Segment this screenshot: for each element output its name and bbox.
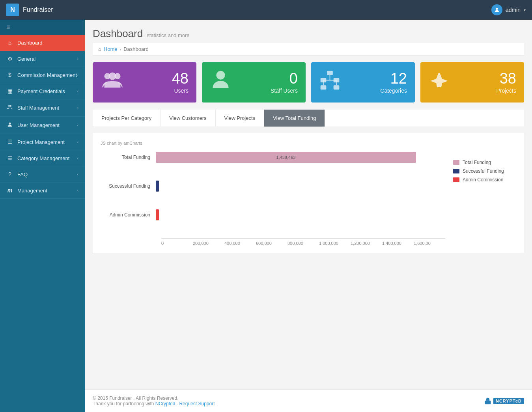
sidebar-item-user[interactable]: User Management ‹ <box>0 117 85 134</box>
sidebar-item-commission[interactable]: $ Commission Management ‹ <box>0 67 85 83</box>
legend-label-admin-commission: Admin Commission <box>463 177 503 183</box>
users-count: 48 <box>172 71 189 86</box>
chart-row-successful-funding: Successful Funding <box>101 181 445 192</box>
svg-point-0 <box>496 8 498 10</box>
legend-item-admin-commission: Admin Commission <box>453 177 516 183</box>
chevron-right-icon: ‹ <box>77 73 78 77</box>
breadcrumb-separator: › <box>120 47 121 52</box>
footer-support-link[interactable]: Request Support <box>179 401 215 406</box>
staff-icon <box>6 104 13 112</box>
chevron-right-icon: ‹ <box>77 188 78 193</box>
footer-badge: NCRYPTeD <box>484 397 524 405</box>
sidebar-item-dashboard[interactable]: ⌂ Dashboard <box>0 35 85 51</box>
tab-projects-per-category[interactable]: Projects Per Category <box>93 110 161 127</box>
user-icon <box>6 121 13 129</box>
page-header: Dashboard statistics and more ⌂ Home › D… <box>93 28 524 55</box>
chart-area: Total Funding 1,438,463 Successful Fundi… <box>101 152 516 246</box>
users-label: Users <box>172 88 189 94</box>
breadcrumb: ⌂ Home › Dashboard <box>93 43 524 55</box>
username-label: admin <box>506 7 521 13</box>
staff-label: Staff Users <box>271 88 298 94</box>
svg-rect-12 <box>334 85 340 89</box>
tab-view-total-funding[interactable]: View Total Funding <box>264 110 325 127</box>
x-tick-7: 1,400,000 <box>382 241 414 246</box>
chart-container: JS chart by amCharts Total Funding 1,438… <box>93 133 524 254</box>
x-tick-5: 1,000,000 <box>319 241 351 246</box>
chart-bars: Total Funding 1,438,463 Successful Fundi… <box>101 152 445 246</box>
breadcrumb-home-link[interactable]: Home <box>104 46 118 52</box>
management-icon: m <box>6 187 13 194</box>
general-icon: ⚙ <box>6 56 13 62</box>
chart-bar-total-funding: 1,438,463 <box>156 152 416 163</box>
sidebar-item-label: General <box>17 56 35 62</box>
sidebar-toggle[interactable]: ≡ <box>0 20 85 35</box>
staff-users-icon <box>210 69 231 95</box>
legend-label-total-funding: Total Funding <box>463 160 491 165</box>
sidebar-item-label: Staff Management <box>17 105 59 111</box>
categories-icon <box>319 69 341 95</box>
x-tick-3: 600,000 <box>256 241 287 246</box>
chevron-right-icon: ‹ <box>77 156 78 160</box>
sidebar-item-label: Management <box>17 188 47 194</box>
svg-rect-8 <box>327 71 333 75</box>
sidebar-item-management[interactable]: m Management ‹ <box>0 183 85 199</box>
main-layout: ≡ ⌂ Dashboard ⚙ General ‹ $ Commission M… <box>0 20 532 390</box>
legend-item-successful-funding: Successful Funding <box>453 168 516 174</box>
sidebar-item-category[interactable]: ☰ Category Management ‹ <box>0 150 85 166</box>
chart-bar-successful-funding <box>156 181 159 192</box>
page-subtitle: statistics and more <box>147 32 189 38</box>
stat-card-users: 48 Users <box>93 62 196 103</box>
navbar-right: admin ▾ <box>491 4 526 15</box>
legend-color-total-funding <box>453 160 459 165</box>
breadcrumb-home-icon: ⌂ <box>98 46 101 52</box>
x-tick-1: 200,000 <box>193 241 224 246</box>
x-tick-6: 1,200,000 <box>351 241 382 246</box>
tab-view-projects[interactable]: View Projects <box>216 110 265 127</box>
user-menu-chevron[interactable]: ▾ <box>524 8 526 12</box>
chart-row-total-funding: Total Funding 1,438,463 <box>101 152 445 163</box>
app-title: Fundraiser <box>23 6 53 13</box>
chevron-right-icon: ‹ <box>77 140 78 144</box>
legend-color-successful-funding <box>453 169 459 173</box>
sidebar: ≡ ⌂ Dashboard ⚙ General ‹ $ Commission M… <box>0 20 85 412</box>
sidebar-item-general[interactable]: ⚙ General ‹ <box>0 51 85 67</box>
chart-label-successful-funding: Successful Funding <box>101 183 156 189</box>
svg-point-1 <box>8 105 10 107</box>
navbar-left: N Fundraiser <box>6 4 53 16</box>
hamburger-icon: ≡ <box>6 24 10 30</box>
svg-point-2 <box>10 105 11 107</box>
sidebar-item-payment[interactable]: ▦ Payment Credentials ‹ <box>0 83 85 99</box>
footer: © 2015 Fundraiser . All Rights Reserved.… <box>85 390 532 412</box>
category-icon: ☰ <box>6 155 13 161</box>
footer-text: © 2015 Fundraiser . All Rights Reserved.… <box>93 395 215 406</box>
sidebar-item-staff[interactable]: Staff Management ‹ <box>0 99 85 117</box>
categories-count: 12 <box>380 71 407 86</box>
dashboard-icon: ⌂ <box>6 39 13 46</box>
commission-icon: $ <box>6 72 13 78</box>
chevron-right-icon: ‹ <box>77 89 78 93</box>
x-tick-8: 1,600,00 <box>414 241 445 246</box>
svg-rect-17 <box>485 401 491 404</box>
page-title: Dashboard <box>93 28 143 40</box>
tabs: Projects Per Category View Customers Vie… <box>93 110 524 127</box>
sidebar-item-faq[interactable]: ? FAQ ‹ <box>0 166 85 183</box>
x-tick-2: 400,000 <box>224 241 256 246</box>
legend-label-successful-funding: Successful Funding <box>463 168 504 174</box>
sidebar-item-label: Project Management <box>17 139 65 145</box>
projects-label: Projects <box>496 88 516 94</box>
stat-card-staff: 0 Staff Users <box>202 62 306 103</box>
chart-row-admin-commission: Admin Commission <box>101 209 445 220</box>
footer-thanks: Thank you for partnering with NCrypted .… <box>93 401 215 406</box>
sidebar-item-label: User Management <box>17 122 60 128</box>
sidebar-item-label: FAQ <box>17 172 28 177</box>
sidebar-item-project[interactable]: ☰ Project Management ‹ <box>0 134 85 150</box>
app-logo: N <box>6 4 19 16</box>
footer-ncrypted-link[interactable]: NCrypted <box>155 401 175 406</box>
tab-view-customers[interactable]: View Customers <box>161 110 215 127</box>
tabs-container: Projects Per Category View Customers Vie… <box>93 110 524 127</box>
users-icon <box>101 69 124 95</box>
chart-label-total-funding: Total Funding <box>101 155 156 160</box>
breadcrumb-current: Dashboard <box>123 46 149 52</box>
chart-bar-admin-commission <box>156 209 159 220</box>
svg-point-3 <box>9 123 11 125</box>
